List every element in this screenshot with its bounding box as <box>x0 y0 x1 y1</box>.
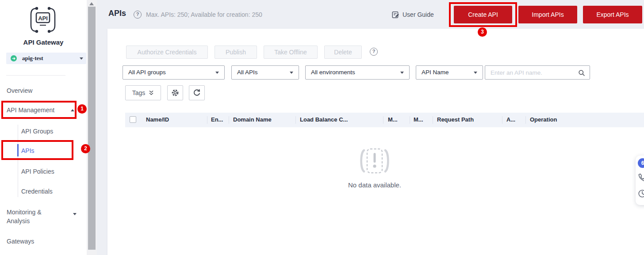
sidebar-item-gateways[interactable]: Gateways <box>7 238 34 245</box>
chevron-up-icon <box>71 109 74 111</box>
sidebar-item-api-management[interactable]: API Management <box>7 107 54 114</box>
empty-state-text: No data available. <box>341 181 408 189</box>
column-header-m1: M... <box>388 116 398 123</box>
chevron-down-icon <box>215 72 219 74</box>
table-header: Name/ID En... Domain Name Load Balance C… <box>125 113 644 127</box>
column-separator <box>433 116 433 124</box>
export-apis-button[interactable]: Export APIs <box>583 6 642 23</box>
column-header-environment: En... <box>211 116 223 123</box>
publish-button[interactable]: Publish <box>215 46 257 59</box>
chevron-down-icon <box>80 57 83 60</box>
nav-tree-line <box>18 125 18 197</box>
column-header-domain-name: Domain Name <box>233 116 272 123</box>
environment-filter-value: All environments <box>311 69 355 76</box>
instance-selector[interactable]: ➔ apig-test <box>6 53 86 64</box>
api-gateway-logo-icon: API <box>26 6 60 34</box>
notification-badge[interactable]: 6 <box>638 158 644 168</box>
api-type-filter-value: All APIs <box>237 69 258 76</box>
instance-status-icon: ➔ <box>11 55 17 61</box>
annotation-badge-step3: 3 <box>478 27 487 37</box>
sidebar-item-api-groups[interactable]: API Groups <box>21 128 53 135</box>
annotation-badge-step1: 1 <box>77 104 87 114</box>
sidebar: API API Gateway ➔ apig-test Overview API… <box>0 0 87 255</box>
column-header-operation: Operation <box>530 116 557 123</box>
content-card <box>107 29 644 255</box>
authorize-credentials-button[interactable]: Authorize Credentials <box>126 46 208 59</box>
column-settings-button[interactable] <box>167 85 183 100</box>
page-title: APIs <box>108 9 126 18</box>
sidebar-divider <box>6 75 65 76</box>
support-widget: 6 <box>636 156 644 205</box>
user-guide-link[interactable]: User Guide <box>392 10 434 19</box>
search-icon[interactable] <box>578 69 585 76</box>
search-field-value: API Name <box>422 69 449 76</box>
delete-button[interactable]: Delete <box>324 46 362 59</box>
refresh-icon <box>193 89 201 97</box>
chevron-down-icon <box>73 213 77 215</box>
search-field-select[interactable]: API Name <box>416 65 483 80</box>
quota-text: Max. APIs: 250; Available for creation: … <box>146 11 262 18</box>
annotation-badge-step2: 2 <box>81 144 90 153</box>
sidebar-item-api-policies[interactable]: API Policies <box>21 168 54 175</box>
scroll-up-arrow-icon[interactable] <box>89 2 94 5</box>
column-header-a: A... <box>506 116 515 123</box>
api-group-filter-value: All API groups <box>128 69 166 76</box>
api-name-search-input[interactable] <box>485 66 576 79</box>
no-data-icon <box>356 147 394 176</box>
tags-filter-button[interactable]: Tags <box>125 85 161 100</box>
page-help-icon[interactable]: ? <box>134 11 142 19</box>
sidebar-item-credentials[interactable]: Credentials <box>21 188 53 195</box>
gear-icon <box>171 89 179 97</box>
active-item-indicator <box>17 144 19 156</box>
instance-name: apig-test <box>22 55 43 62</box>
take-offline-button[interactable]: Take Offline <box>264 46 318 59</box>
column-header-m2: M... <box>414 116 423 123</box>
scrollbar-thumb[interactable] <box>88 7 96 250</box>
api-group-filter-select[interactable]: All API groups <box>123 65 225 80</box>
phone-icon[interactable] <box>638 173 644 182</box>
document-pen-icon <box>392 11 399 19</box>
column-separator <box>410 116 410 124</box>
column-separator <box>207 116 207 124</box>
import-apis-button[interactable]: Import APIs <box>518 6 577 23</box>
chevron-down-icon <box>290 72 293 74</box>
sidebar-item-monitoring-analysis[interactable]: Monitoring & Analysis <box>7 208 59 225</box>
app-title: API Gateway <box>0 38 87 46</box>
sidebar-item-apis[interactable]: APIs <box>21 147 34 154</box>
column-header-name-id: Name/ID <box>146 116 169 123</box>
double-chevron-down-icon <box>149 90 154 95</box>
chevron-down-icon <box>400 72 404 74</box>
refresh-button[interactable] <box>189 85 205 100</box>
column-header-load-balance: Load Balance C... <box>300 116 348 123</box>
chevron-down-icon <box>474 72 477 74</box>
sidebar-item-overview[interactable]: Overview <box>7 87 32 94</box>
sidebar-scrollbar[interactable] <box>87 0 97 255</box>
column-header-request-path: Request Path <box>437 116 474 123</box>
column-separator <box>383 116 383 124</box>
column-separator <box>502 116 502 124</box>
user-guide-label: User Guide <box>402 11 434 18</box>
column-separator <box>525 116 526 124</box>
tags-label: Tags <box>132 89 146 96</box>
create-api-button[interactable]: Create API <box>454 6 512 23</box>
column-separator <box>295 116 296 124</box>
search-box <box>485 65 590 80</box>
api-type-filter-select[interactable]: All APIs <box>231 65 299 80</box>
svg-text:API: API <box>38 15 48 22</box>
column-separator <box>229 116 229 124</box>
actions-help-icon[interactable]: ? <box>370 48 378 56</box>
clock-icon[interactable] <box>638 189 644 198</box>
environment-filter-select[interactable]: All environments <box>305 65 410 80</box>
select-all-checkbox[interactable] <box>130 116 136 123</box>
